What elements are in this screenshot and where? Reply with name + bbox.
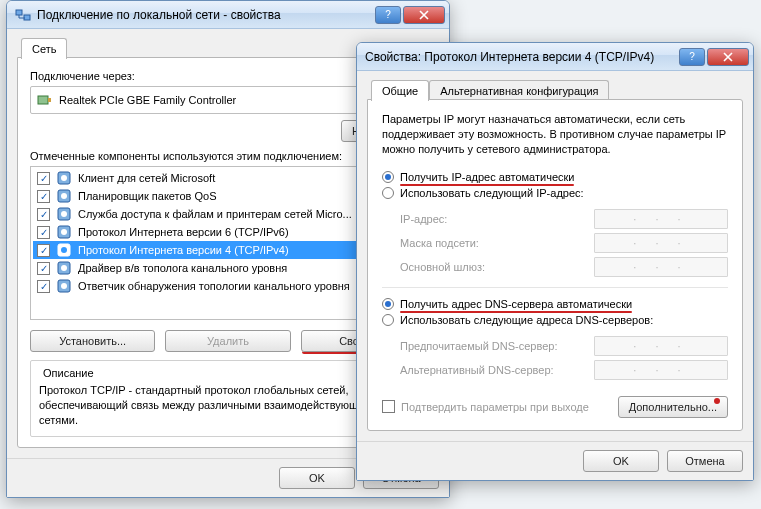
input-mask: · · · — [594, 233, 728, 253]
radio-icon — [382, 314, 394, 326]
checkbox-icon[interactable]: ✓ — [37, 244, 50, 257]
radio-ip-manual[interactable]: Использовать следующий IP-адрес: — [382, 185, 728, 201]
adapter-name: Realtek PCIe GBE Family Controller — [59, 94, 236, 106]
client-icon — [56, 170, 72, 186]
window-body: Общие Альтернативная конфигурация Параме… — [357, 71, 753, 441]
svg-point-17 — [61, 283, 67, 289]
label-dns-pref: Предпочитаемый DNS-сервер: — [400, 340, 586, 352]
component-label: Клиент для сетей Microsoft — [78, 172, 215, 184]
radio-ip-auto-label: Получить IP-адрес автоматически — [400, 171, 574, 183]
svg-point-13 — [61, 247, 67, 253]
svg-point-5 — [61, 175, 67, 181]
annotation-dot — [714, 398, 720, 404]
uninstall-button[interactable]: Удалить — [165, 330, 290, 352]
ip-fields: IP-адрес:· · · Маска подсети:· · · Основ… — [400, 207, 728, 279]
radio-icon — [382, 298, 394, 310]
help-button[interactable]: ? — [679, 48, 705, 66]
tab-general[interactable]: Общие — [371, 80, 429, 101]
checkbox-icon[interactable]: ✓ — [37, 172, 50, 185]
svg-point-15 — [61, 265, 67, 271]
radio-ip-manual-label: Использовать следующий IP-адрес: — [400, 187, 584, 199]
radio-ip-auto[interactable]: Получить IP-адрес автоматически — [382, 169, 728, 185]
network-icon — [15, 7, 31, 23]
ok-button[interactable]: OK — [279, 467, 355, 489]
window-title: Свойства: Протокол Интернета версии 4 (T… — [365, 50, 679, 64]
svg-point-9 — [61, 211, 67, 217]
radio-dns-auto[interactable]: Получить адрес DNS-сервера автоматически — [382, 296, 728, 312]
input-dns-pref: · · · — [594, 336, 728, 356]
svg-rect-3 — [48, 98, 51, 102]
tab-alt-config[interactable]: Альтернативная конфигурация — [429, 80, 609, 101]
svg-rect-2 — [38, 96, 48, 104]
input-ip: · · · — [594, 209, 728, 229]
label-gateway: Основной шлюз: — [400, 261, 586, 273]
radio-dns-manual[interactable]: Использовать следующие адреса DNS-сервер… — [382, 312, 728, 328]
qos-icon — [56, 188, 72, 204]
label-mask: Маска подсети: — [400, 237, 586, 249]
checkbox-icon — [382, 400, 395, 413]
tab-network[interactable]: Сеть — [21, 38, 67, 59]
driver-icon — [56, 260, 72, 276]
close-button[interactable] — [707, 48, 749, 66]
proto-icon — [56, 242, 72, 258]
component-label: Служба доступа к файлам и принтерам сете… — [78, 208, 352, 220]
input-gateway: · · · — [594, 257, 728, 277]
window-title: Подключение по локальной сети - свойства — [37, 8, 375, 22]
titlebar[interactable]: Подключение по локальной сети - свойства… — [7, 1, 449, 29]
ok-button[interactable]: OK — [583, 450, 659, 472]
adapter-icon — [37, 92, 53, 108]
component-label: Ответчик обнаружения топологии канальног… — [78, 280, 350, 292]
checkbox-icon[interactable]: ✓ — [37, 208, 50, 221]
advanced-button[interactable]: Дополнительно... — [618, 396, 728, 418]
radio-icon — [382, 171, 394, 183]
svg-rect-0 — [16, 10, 22, 15]
dns-fields: Предпочитаемый DNS-сервер:· · · Альтерна… — [400, 334, 728, 382]
svg-point-11 — [61, 229, 67, 235]
description-heading: Описание — [39, 367, 98, 379]
help-button[interactable]: ? — [375, 6, 401, 24]
label-ip: IP-адрес: — [400, 213, 586, 225]
input-dns-alt: · · · — [594, 360, 728, 380]
cancel-button[interactable]: Отмена — [667, 450, 743, 472]
label-dns-alt: Альтернативный DNS-сервер: — [400, 364, 586, 376]
install-button[interactable]: Установить... — [30, 330, 155, 352]
dialog-footer: OK Отмена — [357, 441, 753, 480]
component-label: Протокол Интернета версии 4 (TCP/IPv4) — [78, 244, 289, 256]
radio-dns-auto-label: Получить адрес DNS-сервера автоматически — [400, 298, 632, 310]
intro-text: Параметры IP могут назначаться автоматич… — [382, 112, 728, 157]
tab-panel-general: Параметры IP могут назначаться автоматич… — [367, 99, 743, 431]
component-label: Драйвер в/в тополога канального уровня — [78, 262, 287, 274]
checkbox-icon[interactable]: ✓ — [37, 280, 50, 293]
close-button[interactable] — [403, 6, 445, 24]
proto-icon — [56, 224, 72, 240]
share-icon — [56, 206, 72, 222]
checkbox-confirm-label: Подтвердить параметры при выходе — [401, 401, 589, 413]
checkbox-icon[interactable]: ✓ — [37, 190, 50, 203]
titlebar[interactable]: Свойства: Протокол Интернета версии 4 (T… — [357, 43, 753, 71]
component-label: Планировщик пакетов QoS — [78, 190, 217, 202]
svg-point-7 — [61, 193, 67, 199]
checkbox-icon[interactable]: ✓ — [37, 226, 50, 239]
checkbox-icon[interactable]: ✓ — [37, 262, 50, 275]
window-ipv4-properties: Свойства: Протокол Интернета версии 4 (T… — [356, 42, 754, 481]
radio-icon — [382, 187, 394, 199]
component-label: Протокол Интернета версии 6 (TCP/IPv6) — [78, 226, 289, 238]
checkbox-confirm-exit[interactable]: Подтвердить параметры при выходе — [382, 400, 589, 413]
responder-icon — [56, 278, 72, 294]
radio-dns-manual-label: Использовать следующие адреса DNS-сервер… — [400, 314, 653, 326]
